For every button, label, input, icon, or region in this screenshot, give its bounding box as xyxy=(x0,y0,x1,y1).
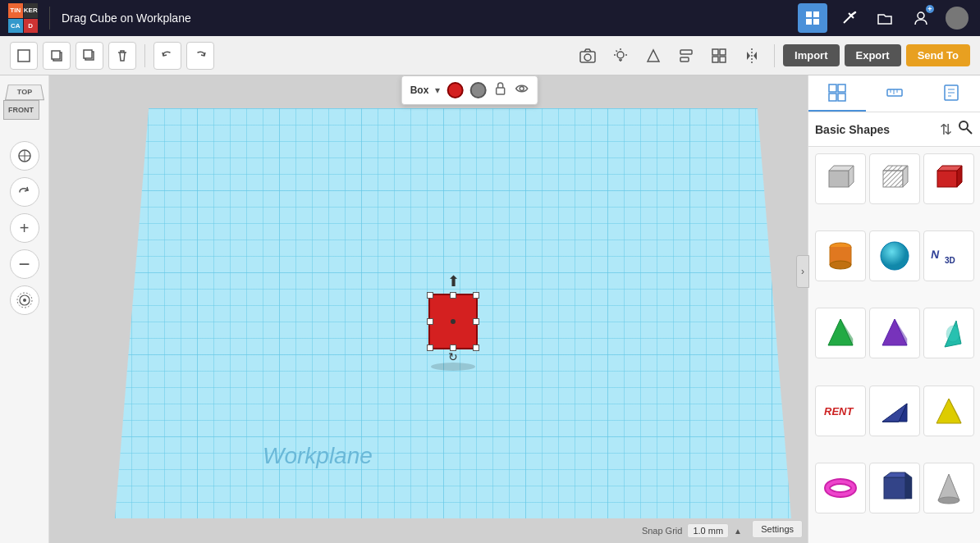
shape-text3d[interactable]: N3D xyxy=(923,230,974,281)
shape-pyramid-yellow[interactable] xyxy=(923,386,974,436)
shape-cone-gray[interactable] xyxy=(923,463,974,513)
3d-object-box[interactable]: ⬆ ↻ xyxy=(427,274,479,340)
import-button[interactable]: Import xyxy=(783,44,839,66)
nav-grid-btn[interactable] xyxy=(798,3,827,33)
shapes-search-icon[interactable] xyxy=(957,119,973,139)
svg-point-48 xyxy=(959,121,968,130)
shape-prism-blue[interactable] xyxy=(869,463,920,513)
workplane-container: ⬆ ↻ Workplane xyxy=(115,108,791,518)
nav-folder-btn[interactable] xyxy=(870,3,900,33)
zoom-out-btn[interactable]: − xyxy=(10,249,39,279)
light-icon[interactable] xyxy=(607,42,634,70)
tab-notes[interactable] xyxy=(923,75,980,112)
delete-button[interactable] xyxy=(108,42,136,70)
main-area: TOP FRONT + − Box ▾ xyxy=(0,75,980,543)
top-bar: TIN KER CA D Drag Cube on Workplane + xyxy=(0,0,980,36)
navigate-btn[interactable] xyxy=(10,141,39,171)
zoom-in-btn[interactable]: + xyxy=(10,213,39,243)
app-logo[interactable]: TIN KER CA D xyxy=(8,3,38,33)
shape-text-red[interactable]: RENT xyxy=(815,386,866,436)
view-cube-front: FRONT xyxy=(3,100,39,120)
nav-avatar-btn[interactable] xyxy=(942,3,972,33)
toolbar-separator-2 xyxy=(774,44,775,67)
move-up-arrow[interactable]: ⬆ xyxy=(427,274,479,289)
rotate-arrow[interactable]: ↻ xyxy=(427,351,479,363)
toolbar: Import Export Send To xyxy=(0,36,980,75)
svg-point-31 xyxy=(23,299,26,302)
snap-grid-value[interactable]: 1.0 mm xyxy=(687,523,729,538)
collapse-panel-btn[interactable]: › xyxy=(796,255,809,288)
redo-button[interactable] xyxy=(186,42,214,70)
shapes-header: Basic Shapes ⇅ xyxy=(808,112,980,147)
export-button[interactable]: Export xyxy=(845,44,901,66)
snap-arrow-icon[interactable]: ▲ xyxy=(734,527,742,536)
box-chevron-icon[interactable]: ▾ xyxy=(435,84,440,96)
lock-icon[interactable] xyxy=(492,81,507,99)
handle-bl[interactable] xyxy=(427,345,433,351)
grid-icon[interactable] xyxy=(705,42,733,70)
shape-icon[interactable] xyxy=(639,42,667,70)
view-cube[interactable]: TOP FRONT xyxy=(3,84,46,126)
duplicate-button[interactable] xyxy=(76,42,103,70)
svg-marker-77 xyxy=(936,399,961,423)
cube-body[interactable] xyxy=(428,294,478,349)
minus-icon: − xyxy=(18,254,30,274)
shape-box-gray[interactable] xyxy=(815,153,866,204)
cube-center-dot xyxy=(451,319,456,324)
svg-point-64 xyxy=(830,261,851,269)
nav-pickaxe-btn[interactable] xyxy=(834,3,863,33)
orbit-btn[interactable] xyxy=(10,177,39,207)
svg-marker-82 xyxy=(884,472,905,477)
shape-torus-pink[interactable] xyxy=(815,463,866,513)
visibility-icon[interactable] xyxy=(514,81,529,99)
viewport[interactable]: Box ▾ ⬆ xyxy=(49,75,808,543)
shape-pyramid-green[interactable] xyxy=(815,308,866,358)
shape-sphere-teal[interactable] xyxy=(869,230,920,281)
svg-point-85 xyxy=(938,497,959,504)
svg-line-49 xyxy=(967,129,972,134)
shape-box-red[interactable] xyxy=(923,153,974,204)
settings-button[interactable]: Settings xyxy=(752,520,803,538)
shape-box-striped[interactable] xyxy=(869,153,920,204)
shapes-title: Basic Shapes xyxy=(815,123,940,136)
svg-point-65 xyxy=(881,242,909,270)
right-panel-tabs xyxy=(808,75,980,112)
handle-rm[interactable] xyxy=(473,318,479,325)
svg-rect-36 xyxy=(829,84,836,92)
shape-wedge-blue[interactable] xyxy=(869,386,920,436)
handle-tl[interactable] xyxy=(427,292,433,299)
camera-icon[interactable] xyxy=(574,42,602,70)
shape-cylinder-orange[interactable] xyxy=(815,230,866,281)
align-icon[interactable] xyxy=(672,42,700,70)
plus-icon: + xyxy=(20,219,30,238)
color-gray-btn[interactable] xyxy=(469,82,486,98)
sendto-button[interactable]: Send To xyxy=(906,44,970,66)
shape-pyramid-purple[interactable] xyxy=(869,308,920,358)
home-btn[interactable] xyxy=(10,285,39,315)
shapes-dropdown-icon[interactable]: ⇅ xyxy=(940,121,952,139)
svg-line-20 xyxy=(616,50,618,52)
tab-grid[interactable] xyxy=(808,75,866,112)
svg-rect-25 xyxy=(712,57,718,62)
svg-rect-2 xyxy=(806,19,812,25)
workplane[interactable]: ⬆ ↻ xyxy=(115,108,791,518)
handle-bm[interactable] xyxy=(450,345,456,351)
copy-button[interactable] xyxy=(43,42,71,70)
undo-button[interactable] xyxy=(153,42,181,70)
svg-rect-50 xyxy=(829,171,849,187)
shapes-grid: N3D RENT xyxy=(808,147,980,543)
new-button[interactable] xyxy=(10,42,38,70)
mirror-icon[interactable] xyxy=(738,42,766,70)
shape-cone-teal[interactable] xyxy=(923,308,974,358)
svg-rect-39 xyxy=(838,94,845,101)
handle-tm[interactable] xyxy=(450,292,456,299)
tab-ruler[interactable] xyxy=(866,75,923,112)
nav-icons: + xyxy=(798,3,972,33)
svg-rect-57 xyxy=(937,171,957,187)
color-red-btn[interactable] xyxy=(446,82,463,98)
svg-rect-21 xyxy=(680,50,692,54)
svg-rect-8 xyxy=(18,50,30,62)
handle-br[interactable] xyxy=(473,345,479,351)
handle-tr[interactable] xyxy=(473,292,479,299)
handle-lm[interactable] xyxy=(427,318,433,325)
